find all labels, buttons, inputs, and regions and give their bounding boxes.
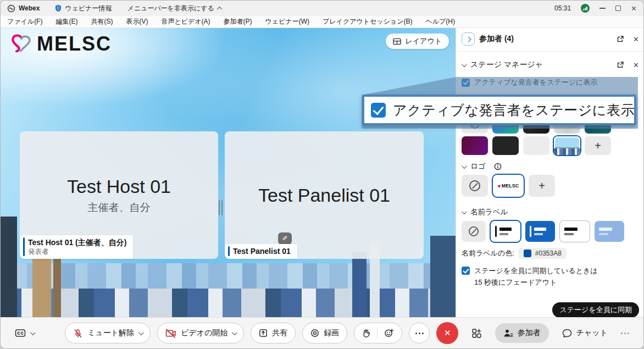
emoji-reactions-icon xyxy=(384,328,394,338)
minimize-button[interactable] xyxy=(599,8,606,9)
fade-checkbox[interactable] xyxy=(462,267,470,275)
edit-name-label-button[interactable]: ✎ xyxy=(278,232,292,245)
chevron-down-icon xyxy=(138,330,144,335)
fade-checkbox-row[interactable]: ステージを全員に同期しているときは 15 秒後にフェードアウト xyxy=(462,265,639,288)
connection-status-icon xyxy=(581,4,590,13)
tile-resize-handle[interactable] xyxy=(219,200,223,215)
background-light-gray[interactable] xyxy=(523,136,549,155)
chevron-up-icon xyxy=(216,6,222,12)
add-background-button[interactable]: + xyxy=(585,136,611,155)
menu-audio-video[interactable]: 音声とビデオ(A) xyxy=(161,17,210,26)
name-label-style-2[interactable] xyxy=(525,221,555,242)
mic-muted-icon xyxy=(73,328,83,339)
stage-manager-title: ステージ マネージャ xyxy=(470,60,543,70)
chat-toggle-button[interactable]: チャット xyxy=(562,328,608,338)
leave-meeting-button[interactable]: ✕ xyxy=(436,322,458,344)
chevron-down-icon[interactable] xyxy=(462,62,467,67)
menu-participants[interactable]: 参加者(P) xyxy=(224,17,252,26)
captions-control[interactable] xyxy=(15,329,34,337)
menu-help[interactable]: ヘルプ(H) xyxy=(425,17,455,26)
close-panel-icon[interactable]: ✕ xyxy=(633,35,639,43)
close-button[interactable]: ✕ xyxy=(631,5,637,12)
hide-menubar-button[interactable]: メニューバーを非表示にする xyxy=(127,4,221,13)
magnified-callout-text: アクティブな発言者をステージに表示 xyxy=(393,101,635,119)
participants-header: 参加者 (4) xyxy=(479,34,514,44)
mini-heart-icon: ♥ xyxy=(498,183,501,189)
host-presenter-badge: 発表者 xyxy=(28,247,126,256)
webex-window: Webex ウェビナー情報 メニューバーを非表示にする 05:31 ✕ ファイル… xyxy=(0,0,644,349)
webex-brand: Webex xyxy=(7,4,40,13)
meeting-timer: 05:31 xyxy=(554,4,571,12)
popout-icon[interactable] xyxy=(617,35,624,43)
close-stage-manager-icon[interactable]: ✕ xyxy=(633,61,639,69)
background-black-2[interactable] xyxy=(492,136,519,155)
reactions-control[interactable] xyxy=(354,323,402,344)
magnified-checkbox xyxy=(371,103,386,118)
city-building xyxy=(352,252,367,318)
logo-melsc-option-selected[interactable]: ♥MELSC xyxy=(493,175,524,197)
info-icon[interactable] xyxy=(494,163,502,170)
menu-breakout[interactable]: ブレイクアウトセッション(B) xyxy=(323,17,412,26)
active-speaker-checkbox-row[interactable]: アクティブな発言者をステージに表示 xyxy=(462,77,639,87)
name-label-style-3[interactable] xyxy=(560,221,590,242)
overflow-more-icon[interactable] xyxy=(621,333,629,334)
menu-share[interactable]: 共有(S) xyxy=(91,17,113,26)
host-display-name: Test Host 01 xyxy=(67,176,171,197)
webinar-info-button[interactable]: ウェビナー情報 xyxy=(55,4,112,13)
sync-stage-button[interactable]: ステージを全員に同期 xyxy=(552,302,639,318)
video-tile-panelist[interactable]: Test Panelist 01 ✎ Test Panelist 01 xyxy=(225,131,424,259)
stage-area: MELSC レイアウト Test Host 01 主催者、自分 Test Hos… xyxy=(1,28,456,318)
start-video-button[interactable]: ビデオの開始 xyxy=(157,323,244,344)
host-role-subtitle: 主催者、自分 xyxy=(88,201,151,215)
name-label-color-picker[interactable]: #0353A8 xyxy=(519,248,567,259)
host-name-label: Test Host 01 (主催者、自分) 発表者 xyxy=(20,235,133,259)
name-label-style-1-selected[interactable] xyxy=(491,221,520,242)
background-city-selected[interactable] xyxy=(554,136,580,155)
record-button[interactable]: 録画 xyxy=(302,323,347,344)
name-label-style-4[interactable] xyxy=(595,221,624,242)
captions-icon xyxy=(15,329,26,337)
apps-icon[interactable] xyxy=(471,328,482,339)
more-options-button[interactable] xyxy=(409,323,430,344)
menu-webinar[interactable]: ウェビナー(W) xyxy=(265,17,309,26)
chevron-down-icon xyxy=(30,330,36,335)
no-name-label-icon xyxy=(469,226,479,236)
stage-brand-text: MELSC xyxy=(37,32,112,56)
menu-edit[interactable]: 編集(E) xyxy=(55,17,77,26)
stage-brand-logo: MELSC xyxy=(8,32,112,56)
background-purple[interactable] xyxy=(462,136,488,155)
add-logo-button[interactable]: + xyxy=(529,175,555,197)
chevron-down-icon xyxy=(232,330,237,335)
city-building xyxy=(430,236,456,318)
raise-hand-icon xyxy=(362,329,370,338)
menu-file[interactable]: ファイル(F) xyxy=(7,17,42,26)
restore-button[interactable] xyxy=(615,5,621,11)
collapse-panel-button[interactable] xyxy=(462,32,475,46)
share-button[interactable]: 共有 xyxy=(251,323,296,344)
chevron-down-icon[interactable] xyxy=(462,163,467,169)
unmute-button[interactable]: ミュート解除 xyxy=(65,323,151,344)
participants-toggle-button[interactable]: 参加者 xyxy=(495,323,549,343)
name-label-accent-bar xyxy=(228,246,230,256)
share-icon xyxy=(259,329,268,337)
popout-icon[interactable] xyxy=(617,61,624,69)
menu-view[interactable]: 表示(V) xyxy=(126,17,148,26)
name-label-none-option[interactable] xyxy=(462,221,486,242)
city-building xyxy=(1,217,17,318)
webex-logo-icon xyxy=(7,4,15,13)
video-tile-host[interactable]: Test Host 01 主催者、自分 Test Host 01 (主催者、自分… xyxy=(20,131,218,259)
app-title: Webex xyxy=(19,4,40,12)
magnified-callout: アクティブな発言者をステージに表示 xyxy=(362,95,636,125)
titlebar: Webex ウェビナー情報 メニューバーを非表示にする 05:31 ✕ xyxy=(1,1,643,16)
color-swatch xyxy=(524,250,531,257)
active-speaker-checkbox[interactable] xyxy=(462,79,470,87)
name-label-accent-bar xyxy=(23,237,25,256)
chevron-down-icon[interactable] xyxy=(462,209,467,214)
panelist-name-label: Test Panelist 01 xyxy=(225,244,297,259)
participants-icon xyxy=(503,329,513,337)
camera-off-icon xyxy=(165,329,176,338)
logo-none-option[interactable] xyxy=(462,175,488,197)
name-label-color-label: 名前ラベルの色: xyxy=(462,248,514,258)
participants-panel: 参加者 (4) ✕ ステージ マネージャ ✕ アクティブな発言者をステージに表示 xyxy=(456,28,644,318)
layout-button[interactable]: レイアウト xyxy=(386,34,449,49)
